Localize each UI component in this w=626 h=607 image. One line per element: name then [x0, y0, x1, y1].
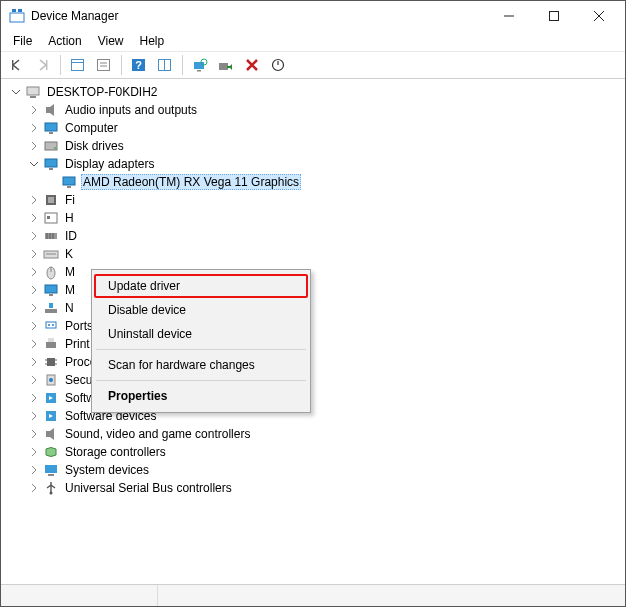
mouse-icon [43, 264, 59, 280]
chevron-right-icon[interactable] [27, 445, 41, 459]
speaker-icon [43, 102, 59, 118]
chevron-right-icon[interactable] [27, 139, 41, 153]
tree-node[interactable]: Audio inputs and outputs [27, 101, 625, 119]
chevron-right-icon[interactable] [27, 355, 41, 369]
svg-rect-11 [98, 60, 110, 71]
svg-rect-65 [46, 431, 50, 437]
toolbar-separator [182, 55, 183, 75]
svg-rect-7 [12, 60, 13, 70]
chevron-right-icon[interactable] [27, 427, 41, 441]
ctx-scan-hardware[interactable]: Scan for hardware changes [94, 353, 308, 377]
chevron-right-icon[interactable] [27, 373, 41, 387]
menu-file[interactable]: File [5, 32, 40, 50]
tree-node[interactable]: Disk drives [27, 137, 625, 155]
tree-node[interactable]: Display adapters [27, 155, 625, 173]
chevron-right-icon[interactable] [27, 211, 41, 225]
back-button[interactable] [5, 54, 29, 76]
svg-rect-56 [47, 358, 55, 366]
svg-point-62 [49, 378, 53, 382]
tree-root[interactable]: DESKTOP-F0KDIH2 [9, 83, 625, 101]
tree-node[interactable]: System devices [27, 461, 625, 479]
chevron-right-icon[interactable] [27, 337, 41, 351]
tree-leaf[interactable]: AMD Radeon(TM) RX Vega 11 Graphics [45, 173, 625, 191]
chevron-right-icon[interactable] [27, 247, 41, 261]
menu-view[interactable]: View [90, 32, 132, 50]
menu-help[interactable]: Help [132, 32, 173, 50]
tree-node-label: H [63, 211, 76, 225]
chevron-right-icon[interactable] [27, 103, 41, 117]
svg-rect-50 [49, 303, 53, 308]
tree-node[interactable]: ID [27, 227, 625, 245]
chevron-right-icon[interactable] [27, 319, 41, 333]
ctx-properties[interactable]: Properties [94, 384, 308, 408]
computer-icon [25, 84, 41, 100]
chevron-right-icon[interactable] [27, 391, 41, 405]
svg-rect-32 [49, 168, 53, 170]
ctx-disable-device[interactable]: Disable device [94, 298, 308, 322]
tree-node[interactable]: Fi [27, 191, 625, 209]
disk-icon [43, 138, 59, 154]
chevron-right-icon[interactable] [27, 481, 41, 495]
chevron-right-icon[interactable] [27, 265, 41, 279]
svg-rect-48 [49, 294, 53, 296]
chevron-right-icon[interactable] [27, 409, 41, 423]
tree-node[interactable]: Storage controllers [27, 443, 625, 461]
chevron-down-icon[interactable] [27, 157, 41, 171]
chevron-right-icon[interactable] [27, 121, 41, 135]
status-cell [158, 585, 625, 606]
tree-node-label: M [63, 265, 77, 279]
ctx-update-driver[interactable]: Update driver [94, 274, 308, 298]
show-hidden-button[interactable] [66, 54, 90, 76]
tree-node-label: ID [63, 229, 79, 243]
menubar: File Action View Help [1, 31, 625, 51]
svg-rect-24 [27, 87, 39, 95]
printer-icon [43, 336, 59, 352]
svg-rect-0 [10, 13, 24, 22]
chevron-right-icon[interactable] [27, 229, 41, 243]
security-icon [43, 372, 59, 388]
tree-node-label: Fi [63, 193, 77, 207]
svg-point-52 [48, 324, 50, 326]
minimize-button[interactable] [486, 2, 531, 30]
svg-rect-38 [47, 216, 50, 219]
svg-rect-51 [46, 322, 56, 328]
update-driver-toolbar-button[interactable] [214, 54, 238, 76]
toolbar: ? [1, 51, 625, 79]
menu-action[interactable]: Action [40, 32, 89, 50]
ide-icon [43, 228, 59, 244]
tree-node[interactable]: K [27, 245, 625, 263]
titlebar: Device Manager [1, 1, 625, 31]
properties-toolbar-button[interactable] [92, 54, 116, 76]
maximize-button[interactable] [531, 2, 576, 30]
svg-rect-4 [549, 12, 558, 21]
ctx-uninstall-device[interactable]: Uninstall device [94, 322, 308, 346]
help-toolbar-button[interactable]: ? [127, 54, 151, 76]
svg-rect-22 [227, 66, 230, 68]
tree-node[interactable]: Universal Serial Bus controllers [27, 479, 625, 497]
tree-node[interactable]: Sound, video and game controllers [27, 425, 625, 443]
monitor-icon [61, 174, 77, 190]
uninstall-toolbar-button[interactable] [240, 54, 264, 76]
hid-icon [43, 210, 59, 226]
chevron-right-icon[interactable] [27, 193, 41, 207]
disable-toolbar-button[interactable] [266, 54, 290, 76]
ctx-separator [96, 349, 306, 350]
svg-rect-66 [45, 465, 57, 473]
tree-node[interactable]: Computer [27, 119, 625, 137]
software-icon [43, 390, 59, 406]
tree-root-label: DESKTOP-F0KDIH2 [45, 85, 159, 99]
chevron-right-icon[interactable] [27, 463, 41, 477]
tree-node-label: System devices [63, 463, 151, 477]
view-mode-button[interactable] [153, 54, 177, 76]
forward-button[interactable] [31, 54, 55, 76]
device-tree[interactable]: DESKTOP-F0KDIH2 Audio inputs and outputs… [1, 79, 625, 584]
chevron-right-icon[interactable] [27, 283, 41, 297]
svg-rect-67 [48, 474, 54, 476]
chevron-down-icon[interactable] [9, 85, 23, 99]
chevron-right-icon[interactable] [27, 301, 41, 315]
tree-node-label: Sound, video and game controllers [63, 427, 252, 441]
tree-node[interactable]: H [27, 209, 625, 227]
close-button[interactable] [576, 2, 621, 30]
svg-rect-47 [45, 285, 57, 293]
scan-hardware-button[interactable] [188, 54, 212, 76]
